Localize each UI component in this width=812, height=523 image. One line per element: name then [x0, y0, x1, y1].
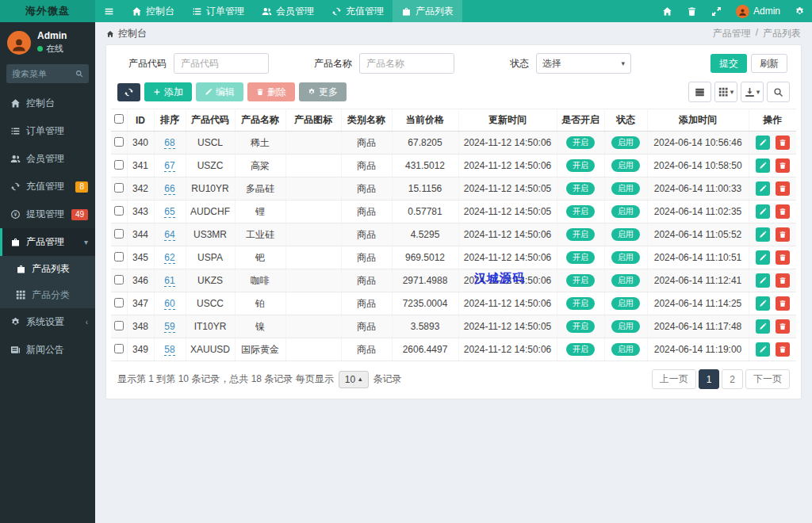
brand-logo: 海外微盘 — [0, 0, 95, 22]
sidebar-item-recharge[interactable]: 充值管理 8 — [0, 173, 95, 200]
sort-link[interactable]: 65 — [164, 206, 174, 218]
row-edit-button[interactable] — [756, 136, 770, 150]
cell-price: 15.1156 — [392, 178, 458, 200]
row-edit-button[interactable] — [756, 181, 770, 196]
refresh-form-button[interactable]: 刷新 — [751, 54, 787, 73]
nav-item-dashboard[interactable]: 控制台 — [123, 0, 183, 22]
table-row: 341 67 USZC 高粱 商品 431.5012 2024-11-12 14… — [111, 155, 796, 178]
row-checkbox[interactable] — [114, 344, 124, 353]
sort-link[interactable]: 60 — [164, 298, 174, 310]
toggle-view-button[interactable] — [688, 82, 711, 102]
sidebar-search-input[interactable] — [12, 69, 75, 78]
table-footer: 显示第 1 到第 10 条记录，总共 18 条记录 每页显示 10 ▴ 条记录 … — [111, 361, 796, 391]
submit-button[interactable]: 提交 — [710, 54, 747, 73]
product-name-input[interactable] — [359, 53, 454, 74]
row-checkbox[interactable] — [114, 137, 124, 147]
row-edit-button[interactable] — [756, 250, 770, 265]
row-delete-button[interactable] — [776, 342, 790, 357]
nav-settings-button[interactable] — [787, 0, 812, 22]
row-checkbox[interactable] — [114, 275, 124, 284]
row-checkbox[interactable] — [114, 229, 124, 239]
row-edit-button[interactable] — [756, 319, 770, 334]
row-delete-button[interactable] — [776, 227, 790, 242]
nav-home-button[interactable] — [655, 0, 680, 22]
sort-link[interactable]: 58 — [164, 344, 174, 356]
nav-fullscreen-button[interactable] — [704, 0, 729, 22]
row-checkbox[interactable] — [114, 206, 124, 216]
more-button[interactable]: 更多 — [299, 82, 347, 101]
select-all-checkbox[interactable] — [114, 114, 124, 124]
nav-item-recharge[interactable]: 充值管理 — [323, 0, 393, 22]
trash-icon — [779, 277, 787, 284]
nav-item-members[interactable]: 会员管理 — [253, 0, 323, 22]
status-select[interactable]: 选择 ▾ — [536, 53, 631, 74]
edit-button[interactable]: 编辑 — [196, 82, 243, 101]
export-button[interactable]: ▾ — [741, 82, 764, 102]
sidebar-item-dashboard[interactable]: 控制台 — [0, 90, 95, 117]
pencil-icon — [759, 345, 767, 353]
sort-link[interactable]: 62 — [164, 252, 174, 264]
nav-item-products[interactable]: 产品列表 — [393, 0, 462, 22]
sidebar-item-product-category[interactable]: 产品分类 — [0, 282, 95, 308]
row-edit-button[interactable] — [756, 342, 770, 357]
row-edit-button[interactable] — [756, 204, 770, 219]
row-checkbox[interactable] — [114, 183, 124, 193]
sort-link[interactable]: 66 — [164, 183, 174, 195]
row-delete-button[interactable] — [776, 250, 790, 265]
status-label: 状态 — [510, 57, 529, 71]
sidebar-item-product-list[interactable]: 产品列表 — [0, 256, 95, 282]
cell-updated: 2024-11-12 14:50:06 — [458, 246, 557, 269]
nav-item-orders[interactable]: 订单管理 — [183, 0, 253, 22]
search-icon[interactable] — [75, 70, 83, 78]
row-checkbox[interactable] — [114, 160, 124, 170]
sidebar-item-news[interactable]: 新闻公告 — [0, 336, 95, 364]
row-edit-button[interactable] — [756, 273, 770, 288]
sort-link[interactable]: 59 — [164, 321, 174, 333]
sidebar-item-system-settings[interactable]: 系统设置 ‹ — [0, 308, 95, 336]
sort-link[interactable]: 64 — [164, 229, 174, 241]
sort-link[interactable]: 67 — [164, 160, 174, 172]
grid-icon — [16, 290, 26, 300]
sidebar-item-orders[interactable]: 订单管理 — [0, 117, 95, 145]
sidebar: Admin 在线 控制台 订单管理 会员管理 充值管理 8 提现管理 — [0, 22, 95, 523]
prev-page-button[interactable]: 上一页 — [652, 369, 696, 389]
row-checkbox[interactable] — [114, 252, 124, 262]
add-button[interactable]: 添加 — [144, 82, 192, 101]
row-checkbox[interactable] — [114, 298, 124, 307]
sidebar-toggle[interactable] — [95, 0, 123, 22]
col-header-icon: 产品图标 — [285, 109, 341, 132]
row-delete-button[interactable] — [776, 158, 790, 173]
row-delete-button[interactable] — [776, 273, 790, 288]
row-delete-button[interactable] — [776, 204, 790, 219]
row-delete-button[interactable] — [776, 136, 790, 150]
page-size-select[interactable]: 10 ▴ — [339, 371, 369, 388]
sort-link[interactable]: 61 — [164, 275, 174, 287]
nav-trash-button[interactable] — [680, 0, 704, 22]
sort-link[interactable]: 68 — [164, 137, 174, 149]
row-edit-button[interactable] — [756, 158, 770, 173]
row-delete-button[interactable] — [776, 296, 790, 311]
page-button-2[interactable]: 2 — [722, 369, 743, 389]
row-edit-button[interactable] — [756, 227, 770, 242]
row-delete-button[interactable] — [776, 319, 790, 334]
cell-code: XAUUSD — [186, 338, 235, 361]
cell-id: 341 — [127, 155, 154, 178]
col-header-sort: 排序 — [154, 109, 186, 132]
col-header-actions: 操作 — [749, 109, 796, 132]
refresh-table-button[interactable] — [117, 83, 140, 101]
delete-button[interactable]: 删除 — [247, 82, 295, 101]
page-button-1[interactable]: 1 — [699, 369, 720, 389]
sidebar-item-withdraw[interactable]: 提现管理 49 — [0, 200, 95, 228]
columns-button[interactable]: ▾ — [714, 82, 737, 102]
next-page-button[interactable]: 下一页 — [745, 369, 790, 389]
product-code-input[interactable] — [174, 53, 269, 74]
row-delete-button[interactable] — [776, 181, 790, 196]
table-search-button[interactable] — [767, 82, 790, 102]
breadcrumb-dashboard[interactable]: 控制台 — [118, 27, 147, 40]
row-edit-button[interactable] — [756, 296, 770, 311]
row-checkbox[interactable] — [114, 321, 124, 330]
admin-menu[interactable]: Admin — [729, 0, 787, 22]
sidebar-item-product-manage[interactable]: 产品管理 ▾ — [0, 228, 95, 256]
sidebar-item-members[interactable]: 会员管理 — [0, 145, 95, 173]
cell-name: 稀土 — [235, 132, 285, 155]
